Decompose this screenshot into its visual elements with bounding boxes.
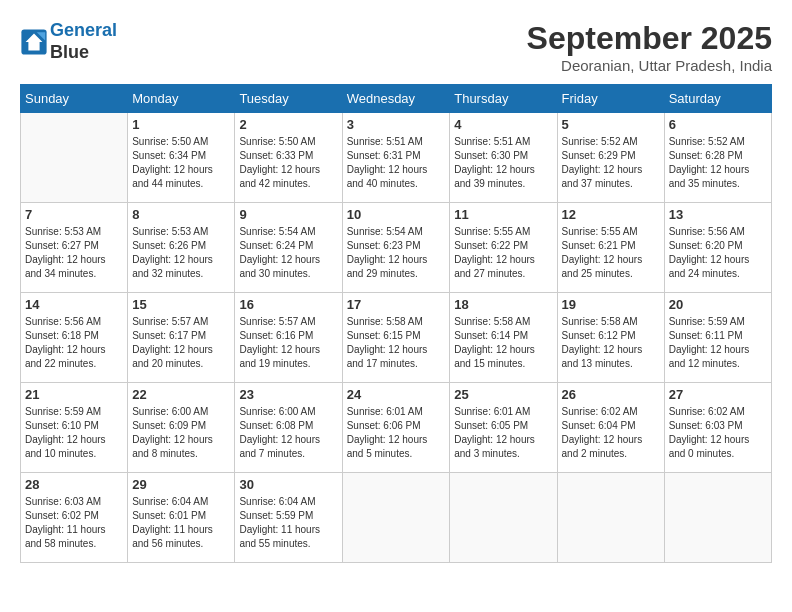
calendar-cell: 1Sunrise: 5:50 AM Sunset: 6:34 PM Daylig… xyxy=(128,113,235,203)
location-subtitle: Deoranian, Uttar Pradesh, India xyxy=(527,57,772,74)
calendar-cell: 13Sunrise: 5:56 AM Sunset: 6:20 PM Dayli… xyxy=(664,203,771,293)
calendar-cell: 20Sunrise: 5:59 AM Sunset: 6:11 PM Dayli… xyxy=(664,293,771,383)
day-number: 27 xyxy=(669,387,767,402)
day-info: Sunrise: 5:59 AM Sunset: 6:11 PM Dayligh… xyxy=(669,315,767,371)
day-number: 9 xyxy=(239,207,337,222)
day-number: 22 xyxy=(132,387,230,402)
calendar-cell xyxy=(342,473,450,563)
day-info: Sunrise: 5:50 AM Sunset: 6:33 PM Dayligh… xyxy=(239,135,337,191)
day-number: 26 xyxy=(562,387,660,402)
day-info: Sunrise: 5:56 AM Sunset: 6:20 PM Dayligh… xyxy=(669,225,767,281)
weekday-header-tuesday: Tuesday xyxy=(235,85,342,113)
day-info: Sunrise: 5:53 AM Sunset: 6:26 PM Dayligh… xyxy=(132,225,230,281)
day-info: Sunrise: 5:51 AM Sunset: 6:31 PM Dayligh… xyxy=(347,135,446,191)
day-info: Sunrise: 5:54 AM Sunset: 6:24 PM Dayligh… xyxy=(239,225,337,281)
day-number: 20 xyxy=(669,297,767,312)
calendar-cell: 29Sunrise: 6:04 AM Sunset: 6:01 PM Dayli… xyxy=(128,473,235,563)
calendar-cell: 26Sunrise: 6:02 AM Sunset: 6:04 PM Dayli… xyxy=(557,383,664,473)
day-info: Sunrise: 5:56 AM Sunset: 6:18 PM Dayligh… xyxy=(25,315,123,371)
calendar-cell: 9Sunrise: 5:54 AM Sunset: 6:24 PM Daylig… xyxy=(235,203,342,293)
day-info: Sunrise: 5:59 AM Sunset: 6:10 PM Dayligh… xyxy=(25,405,123,461)
calendar-cell: 16Sunrise: 5:57 AM Sunset: 6:16 PM Dayli… xyxy=(235,293,342,383)
day-number: 24 xyxy=(347,387,446,402)
weekday-header-sunday: Sunday xyxy=(21,85,128,113)
day-number: 1 xyxy=(132,117,230,132)
day-number: 23 xyxy=(239,387,337,402)
week-row-5: 28Sunrise: 6:03 AM Sunset: 6:02 PM Dayli… xyxy=(21,473,772,563)
calendar-cell: 12Sunrise: 5:55 AM Sunset: 6:21 PM Dayli… xyxy=(557,203,664,293)
calendar-cell xyxy=(557,473,664,563)
day-number: 2 xyxy=(239,117,337,132)
calendar-cell: 19Sunrise: 5:58 AM Sunset: 6:12 PM Dayli… xyxy=(557,293,664,383)
calendar-cell: 28Sunrise: 6:03 AM Sunset: 6:02 PM Dayli… xyxy=(21,473,128,563)
weekday-header-row: SundayMondayTuesdayWednesdayThursdayFrid… xyxy=(21,85,772,113)
day-info: Sunrise: 5:52 AM Sunset: 6:28 PM Dayligh… xyxy=(669,135,767,191)
calendar-table: SundayMondayTuesdayWednesdayThursdayFrid… xyxy=(20,84,772,563)
day-info: Sunrise: 6:02 AM Sunset: 6:04 PM Dayligh… xyxy=(562,405,660,461)
week-row-4: 21Sunrise: 5:59 AM Sunset: 6:10 PM Dayli… xyxy=(21,383,772,473)
day-info: Sunrise: 5:58 AM Sunset: 6:12 PM Dayligh… xyxy=(562,315,660,371)
day-number: 25 xyxy=(454,387,552,402)
day-number: 13 xyxy=(669,207,767,222)
day-info: Sunrise: 6:04 AM Sunset: 5:59 PM Dayligh… xyxy=(239,495,337,551)
day-number: 12 xyxy=(562,207,660,222)
calendar-cell: 2Sunrise: 5:50 AM Sunset: 6:33 PM Daylig… xyxy=(235,113,342,203)
calendar-cell xyxy=(450,473,557,563)
day-info: Sunrise: 5:57 AM Sunset: 6:17 PM Dayligh… xyxy=(132,315,230,371)
calendar-cell xyxy=(664,473,771,563)
day-info: Sunrise: 5:51 AM Sunset: 6:30 PM Dayligh… xyxy=(454,135,552,191)
day-number: 11 xyxy=(454,207,552,222)
calendar-cell: 15Sunrise: 5:57 AM Sunset: 6:17 PM Dayli… xyxy=(128,293,235,383)
calendar-cell: 27Sunrise: 6:02 AM Sunset: 6:03 PM Dayli… xyxy=(664,383,771,473)
calendar-cell: 5Sunrise: 5:52 AM Sunset: 6:29 PM Daylig… xyxy=(557,113,664,203)
day-number: 19 xyxy=(562,297,660,312)
day-number: 8 xyxy=(132,207,230,222)
day-number: 7 xyxy=(25,207,123,222)
day-number: 16 xyxy=(239,297,337,312)
day-number: 15 xyxy=(132,297,230,312)
day-info: Sunrise: 5:52 AM Sunset: 6:29 PM Dayligh… xyxy=(562,135,660,191)
weekday-header-monday: Monday xyxy=(128,85,235,113)
weekday-header-friday: Friday xyxy=(557,85,664,113)
day-number: 29 xyxy=(132,477,230,492)
calendar-cell: 23Sunrise: 6:00 AM Sunset: 6:08 PM Dayli… xyxy=(235,383,342,473)
calendar-cell: 11Sunrise: 5:55 AM Sunset: 6:22 PM Dayli… xyxy=(450,203,557,293)
day-number: 30 xyxy=(239,477,337,492)
calendar-cell: 7Sunrise: 5:53 AM Sunset: 6:27 PM Daylig… xyxy=(21,203,128,293)
weekday-header-thursday: Thursday xyxy=(450,85,557,113)
calendar-cell: 3Sunrise: 5:51 AM Sunset: 6:31 PM Daylig… xyxy=(342,113,450,203)
calendar-cell: 18Sunrise: 5:58 AM Sunset: 6:14 PM Dayli… xyxy=(450,293,557,383)
calendar-cell xyxy=(21,113,128,203)
calendar-cell: 8Sunrise: 5:53 AM Sunset: 6:26 PM Daylig… xyxy=(128,203,235,293)
calendar-cell: 14Sunrise: 5:56 AM Sunset: 6:18 PM Dayli… xyxy=(21,293,128,383)
calendar-cell: 10Sunrise: 5:54 AM Sunset: 6:23 PM Dayli… xyxy=(342,203,450,293)
day-number: 28 xyxy=(25,477,123,492)
week-row-3: 14Sunrise: 5:56 AM Sunset: 6:18 PM Dayli… xyxy=(21,293,772,383)
calendar-cell: 24Sunrise: 6:01 AM Sunset: 6:06 PM Dayli… xyxy=(342,383,450,473)
day-info: Sunrise: 5:58 AM Sunset: 6:14 PM Dayligh… xyxy=(454,315,552,371)
day-info: Sunrise: 6:00 AM Sunset: 6:09 PM Dayligh… xyxy=(132,405,230,461)
day-info: Sunrise: 5:58 AM Sunset: 6:15 PM Dayligh… xyxy=(347,315,446,371)
day-info: Sunrise: 6:04 AM Sunset: 6:01 PM Dayligh… xyxy=(132,495,230,551)
calendar-cell: 6Sunrise: 5:52 AM Sunset: 6:28 PM Daylig… xyxy=(664,113,771,203)
page-header: General Blue September 2025 Deoranian, U… xyxy=(20,20,772,74)
day-number: 6 xyxy=(669,117,767,132)
logo: General Blue xyxy=(20,20,117,63)
day-info: Sunrise: 6:01 AM Sunset: 6:06 PM Dayligh… xyxy=(347,405,446,461)
day-info: Sunrise: 6:02 AM Sunset: 6:03 PM Dayligh… xyxy=(669,405,767,461)
day-number: 3 xyxy=(347,117,446,132)
day-info: Sunrise: 5:57 AM Sunset: 6:16 PM Dayligh… xyxy=(239,315,337,371)
weekday-header-wednesday: Wednesday xyxy=(342,85,450,113)
day-number: 18 xyxy=(454,297,552,312)
day-number: 21 xyxy=(25,387,123,402)
calendar-cell: 22Sunrise: 6:00 AM Sunset: 6:09 PM Dayli… xyxy=(128,383,235,473)
calendar-cell: 30Sunrise: 6:04 AM Sunset: 5:59 PM Dayli… xyxy=(235,473,342,563)
calendar-cell: 4Sunrise: 5:51 AM Sunset: 6:30 PM Daylig… xyxy=(450,113,557,203)
day-info: Sunrise: 5:55 AM Sunset: 6:22 PM Dayligh… xyxy=(454,225,552,281)
title-block: September 2025 Deoranian, Uttar Pradesh,… xyxy=(527,20,772,74)
week-row-1: 1Sunrise: 5:50 AM Sunset: 6:34 PM Daylig… xyxy=(21,113,772,203)
day-info: Sunrise: 6:03 AM Sunset: 6:02 PM Dayligh… xyxy=(25,495,123,551)
day-number: 10 xyxy=(347,207,446,222)
week-row-2: 7Sunrise: 5:53 AM Sunset: 6:27 PM Daylig… xyxy=(21,203,772,293)
month-title: September 2025 xyxy=(527,20,772,57)
